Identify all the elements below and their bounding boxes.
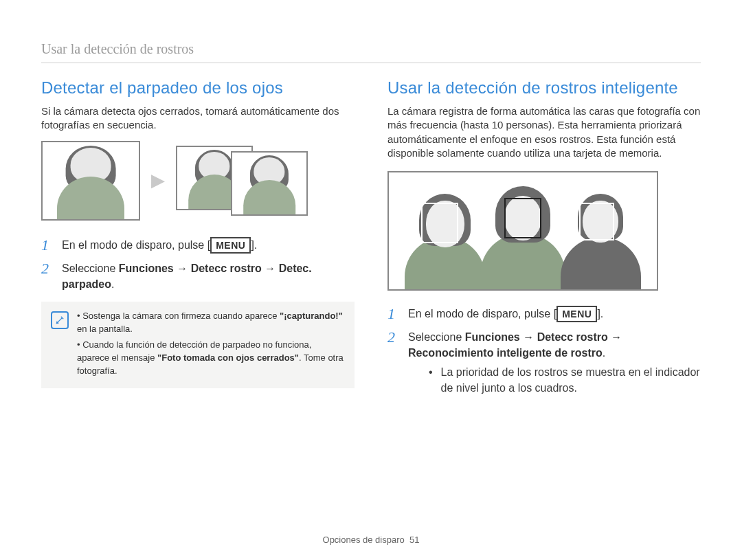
step-number: 2 — [41, 260, 54, 292]
menu-button-icon: MENU — [210, 237, 251, 254]
right-column: Usar la detección de rostros inteligente… — [387, 78, 701, 412]
left-intro: Si la cámara detecta ojos cerrados, toma… — [41, 104, 355, 133]
step-bullet-item: La prioridad de los rostros se muestra e… — [429, 364, 701, 396]
blink-illustration-row: ▶ — [41, 141, 355, 221]
right-intro: La cámara registra de forma automática l… — [387, 104, 701, 160]
divider — [41, 63, 701, 63]
left-column: Detectar el parpadeo de los ojos Si la c… — [41, 78, 355, 412]
note-item: Sostenga la cámara con firmeza cuando ap… — [77, 310, 345, 336]
step-number: 1 — [41, 237, 54, 254]
left-heading: Detectar el parpadeo de los ojos — [41, 78, 355, 98]
blink-sequence-photos — [176, 143, 313, 219]
right-step-2: 2 Seleccione Funciones → Detecc rostro →… — [387, 329, 701, 403]
page: Usar la detección de rostros Detectar el… — [0, 0, 742, 560]
page-footer: Opciones de disparo 51 — [0, 535, 742, 545]
step-text: Seleccione Funciones → Detecc rostro → R… — [408, 331, 622, 359]
content-columns: Detectar el parpadeo de los ojos Si la c… — [41, 78, 701, 412]
smart-face-illustration — [387, 171, 658, 291]
blink-single-photo — [41, 141, 140, 221]
step-number: 1 — [387, 306, 400, 322]
running-head: Usar la detección de rostros — [41, 41, 701, 57]
right-steps: 1 En el modo de disparo, pulse [MENU]. 2… — [387, 306, 701, 403]
note-box: Sostenga la cámara con firmeza cuando ap… — [41, 302, 355, 388]
step-text: Seleccione Funciones → Detecc rostro → D… — [62, 260, 355, 292]
step-text: En el modo de disparo, pulse [MENU]. — [62, 237, 257, 254]
note-list: Sostenga la cámara con firmeza cuando ap… — [77, 310, 345, 380]
left-step-1: 1 En el modo de disparo, pulse [MENU]. — [41, 237, 355, 254]
left-step-2: 2 Seleccione Funciones → Detecc rostro →… — [41, 260, 355, 292]
face-focus-box-1 — [421, 203, 459, 243]
footer-page-number: 51 — [409, 535, 419, 545]
arrow-right-icon: ▶ — [151, 170, 165, 191]
note-icon — [51, 311, 69, 329]
step-text: En el modo de disparo, pulse [MENU]. — [408, 306, 603, 322]
face-focus-box-2 — [504, 198, 542, 238]
step-bullets: La prioridad de los rostros se muestra e… — [429, 364, 701, 396]
face-focus-box-3 — [579, 203, 614, 240]
step-number: 2 — [387, 329, 400, 403]
note-item: Cuando la función de detección de parpad… — [77, 339, 345, 378]
footer-section: Opciones de disparo — [323, 535, 405, 545]
right-step-1: 1 En el modo de disparo, pulse [MENU]. — [387, 306, 701, 322]
menu-button-icon: MENU — [556, 306, 597, 322]
right-heading: Usar la detección de rostros inteligente — [387, 78, 701, 98]
left-steps: 1 En el modo de disparo, pulse [MENU]. 2… — [41, 237, 355, 293]
